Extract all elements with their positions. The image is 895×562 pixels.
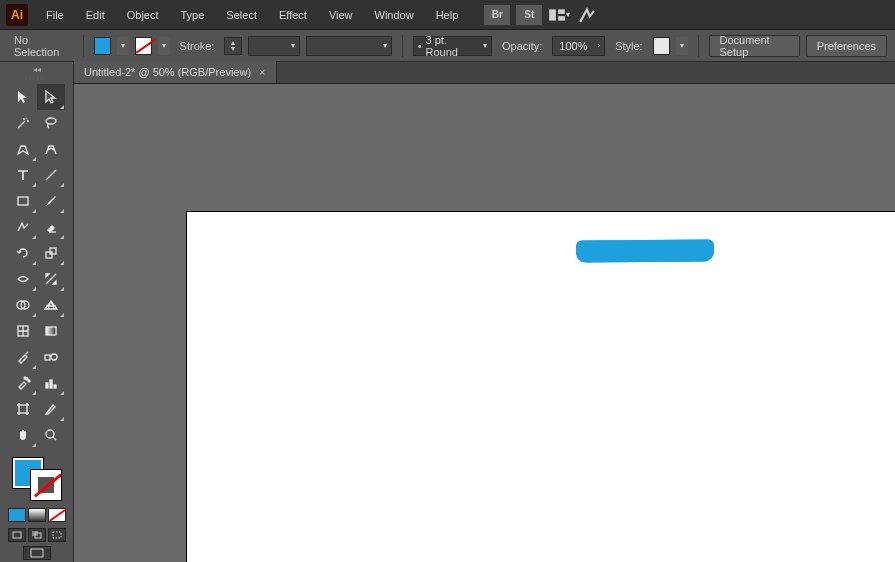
menu-edit[interactable]: Edit (76, 0, 115, 30)
app-logo: Ai (6, 4, 28, 26)
style-dropdown[interactable]: ▾ (676, 37, 688, 55)
stroke-dropdown[interactable]: ▾ (158, 37, 170, 55)
rotate-tool[interactable] (9, 240, 37, 266)
opacity-input[interactable]: 100% › (552, 36, 605, 56)
svg-rect-11 (45, 355, 50, 360)
screen-mode-row (8, 528, 66, 542)
flyout-indicator-icon (60, 183, 64, 187)
symbol-sprayer-tool[interactable] (9, 370, 37, 396)
pen-tool[interactable] (9, 136, 37, 162)
arrange-documents-icon[interactable]: ▾ (548, 5, 570, 25)
shape-builder-tool[interactable] (9, 292, 37, 318)
svg-point-12 (51, 354, 57, 360)
panel-grip[interactable]: :::::: (0, 74, 74, 82)
opacity-label: Opacity: (498, 40, 546, 52)
flyout-indicator-icon (60, 391, 64, 395)
flyout-indicator-icon (32, 261, 36, 265)
flyout-indicator-icon (32, 235, 36, 239)
menu-object[interactable]: Object (117, 0, 169, 30)
mesh-tool[interactable] (9, 318, 37, 344)
artboard-tool[interactable] (9, 396, 37, 422)
menu-help[interactable]: Help (426, 0, 469, 30)
flyout-indicator-icon (60, 313, 64, 317)
stroke-weight-dropdown[interactable]: ▾ (248, 36, 300, 56)
scale-tool[interactable] (37, 240, 65, 266)
menu-select[interactable]: Select (216, 0, 267, 30)
change-screen-mode-icon[interactable] (23, 546, 51, 560)
color-mode-solid[interactable] (8, 508, 26, 522)
svg-rect-16 (46, 383, 48, 388)
svg-rect-5 (46, 252, 52, 258)
draw-inside-icon[interactable] (48, 528, 66, 542)
menu-view[interactable]: View (319, 0, 363, 30)
selection-tool[interactable] (9, 84, 37, 110)
style-swatch[interactable] (653, 37, 670, 55)
menu-type[interactable]: Type (171, 0, 215, 30)
svg-rect-2 (558, 16, 565, 21)
fill-dropdown[interactable]: ▾ (117, 37, 129, 55)
close-tab-icon[interactable]: × (259, 66, 265, 78)
flyout-indicator-icon (60, 417, 64, 421)
variable-width-profile-dropdown[interactable]: ▾ (306, 36, 392, 56)
fill-stroke-color-well[interactable] (9, 454, 65, 504)
brush-definition-dropdown[interactable]: • 3 pt. Round ▾ (413, 36, 492, 56)
slice-tool[interactable] (37, 396, 65, 422)
direct-selection-tool[interactable] (37, 84, 65, 110)
blend-tool[interactable] (37, 344, 65, 370)
lasso-tool[interactable] (37, 110, 65, 136)
color-mode-gradient[interactable] (28, 508, 46, 522)
panel-collapse-button[interactable]: ◂◂ (0, 64, 74, 74)
curvature-tool[interactable] (37, 136, 65, 162)
selection-status: No Selection (8, 34, 73, 58)
color-mode-row (8, 508, 66, 522)
svg-point-20 (46, 430, 54, 438)
stroke-weight-stepper[interactable]: ▴▾ (224, 37, 241, 55)
bridge-button[interactable]: Br (484, 5, 510, 25)
magic-wand-tool[interactable] (9, 110, 37, 136)
menu-effect[interactable]: Effect (269, 0, 317, 30)
shaper-tool[interactable] (9, 214, 37, 240)
screen-mode-selector[interactable] (23, 546, 51, 560)
svg-rect-21 (13, 532, 21, 538)
draw-normal-icon[interactable] (8, 528, 26, 542)
svg-point-15 (24, 377, 26, 379)
eraser-tool[interactable] (37, 214, 65, 240)
column-graph-tool[interactable] (37, 370, 65, 396)
stroke-color[interactable] (31, 470, 61, 500)
document-tab[interactable]: Untitled-2* @ 50% (RGB/Preview) × (74, 61, 277, 83)
flyout-indicator-icon (32, 365, 36, 369)
gradient-tool[interactable] (37, 318, 65, 344)
rectangle-tool[interactable] (9, 188, 37, 214)
draw-behind-icon[interactable] (28, 528, 46, 542)
eyedropper-tool[interactable] (9, 344, 37, 370)
zoom-tool[interactable] (37, 422, 65, 448)
svg-rect-10 (46, 327, 56, 335)
menu-window[interactable]: Window (365, 0, 424, 30)
width-tool[interactable] (9, 266, 37, 292)
stock-button[interactable]: St (516, 5, 542, 25)
hand-tool[interactable] (9, 422, 37, 448)
svg-rect-24 (53, 532, 61, 538)
drawn-shape[interactable] (576, 239, 714, 262)
menu-file[interactable]: File (36, 0, 74, 30)
type-tool[interactable] (9, 162, 37, 188)
preferences-button[interactable]: Preferences (806, 35, 887, 57)
document-tab-title: Untitled-2* @ 50% (RGB/Preview) (84, 66, 251, 78)
document-tab-bar: Untitled-2* @ 50% (RGB/Preview) × (74, 62, 895, 84)
flyout-indicator-icon (60, 235, 64, 239)
flyout-indicator-icon (32, 391, 36, 395)
canvas[interactable] (74, 84, 895, 562)
flyout-indicator-icon (32, 313, 36, 317)
line-segment-tool[interactable] (37, 162, 65, 188)
svg-rect-18 (54, 385, 56, 388)
stroke-swatch[interactable] (135, 37, 152, 55)
svg-point-3 (46, 118, 56, 124)
fill-swatch[interactable] (94, 37, 111, 55)
gpu-preview-icon[interactable] (576, 5, 598, 25)
perspective-grid-tool[interactable] (37, 292, 65, 318)
artboard[interactable] (187, 212, 895, 562)
paintbrush-tool[interactable] (37, 188, 65, 214)
color-mode-none[interactable] (48, 508, 66, 522)
document-setup-button[interactable]: Document Setup (709, 35, 800, 57)
free-transform-tool[interactable] (37, 266, 65, 292)
